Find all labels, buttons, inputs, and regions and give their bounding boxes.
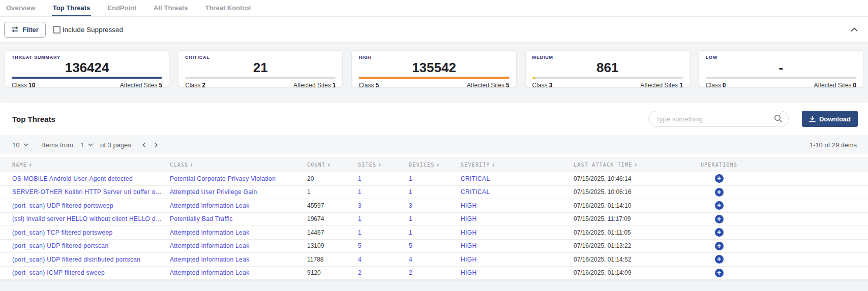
items-from-label: Items from xyxy=(42,141,73,149)
threat-class-link[interactable]: Attempted Information Leak xyxy=(170,242,307,249)
top-threats-panel: Top Threats Download 10 Items from 1 xyxy=(0,103,868,280)
table-row: (port_scan) ICMP filtered sweep Attempte… xyxy=(0,267,868,280)
devices-link[interactable]: 1 xyxy=(409,215,461,222)
severity-link[interactable]: HIGH xyxy=(461,256,574,263)
sites-link[interactable]: 1 xyxy=(358,229,409,236)
severity-link[interactable]: HIGH xyxy=(461,202,574,209)
column-devices[interactable]: DEVICES▲▼ xyxy=(409,162,461,168)
sort-icon[interactable]: ▲▼ xyxy=(29,163,32,167)
search-input[interactable] xyxy=(648,111,789,127)
add-operation-button[interactable]: + xyxy=(715,269,724,277)
threat-name-link[interactable]: SERVER-OTHER Kolibri HTTP Server uri buf… xyxy=(12,188,170,196)
table-row: (port_scan) TCP filtered portsweep Attem… xyxy=(0,226,868,240)
tab-top-threats[interactable]: Top Threats xyxy=(52,0,91,16)
threat-class-link[interactable]: Potential Corporate Privacy Violation xyxy=(170,175,307,182)
last-attack-time-cell: 07/15/2025, 11:17:09 xyxy=(574,215,689,222)
threat-class-link[interactable]: Attempted Information Leak xyxy=(170,269,307,276)
collapse-section-button[interactable] xyxy=(851,27,858,32)
column-severity[interactable]: SEVERITY▲▼ xyxy=(461,162,574,168)
threat-class-link[interactable]: Attempted Information Leak xyxy=(170,229,307,236)
severity-link[interactable]: HIGH xyxy=(461,242,574,249)
column-name[interactable]: NAME▲▼ xyxy=(12,162,170,168)
add-operation-button[interactable]: + xyxy=(715,215,724,223)
column-class[interactable]: CLASS▲▼ xyxy=(170,162,307,168)
severity-link[interactable]: HIGH xyxy=(461,215,574,222)
search-icon[interactable] xyxy=(774,114,783,123)
devices-link[interactable]: 2 xyxy=(409,269,461,276)
threat-class-link[interactable]: Attempted Information Leak xyxy=(170,202,307,209)
sort-icon[interactable]: ▲▼ xyxy=(379,163,381,167)
card-high: HIGH 135542 Class5 Affected Sites5 xyxy=(351,50,516,87)
card-class: Class2 xyxy=(185,82,205,89)
add-operation-button[interactable]: + xyxy=(715,228,724,237)
threat-name-link[interactable]: (port_scan) UDP filtered portscan xyxy=(12,242,170,249)
devices-link[interactable]: 3 xyxy=(409,202,461,209)
sort-icon[interactable]: ▲▼ xyxy=(191,163,193,167)
add-operation-button[interactable]: + xyxy=(715,174,724,183)
sites-link[interactable]: 2 xyxy=(358,269,409,276)
column-sites[interactable]: SITES▲▼ xyxy=(358,162,409,168)
page-size-select[interactable]: 10 xyxy=(12,141,28,149)
sort-icon[interactable]: ▲▼ xyxy=(328,163,331,167)
threat-class-link[interactable]: Attempted Information Leak xyxy=(170,256,307,263)
sort-icon[interactable]: ▲▼ xyxy=(635,163,638,167)
severity-link[interactable]: HIGH xyxy=(461,229,574,236)
card-value: 136424 xyxy=(12,60,162,75)
threat-name-link[interactable]: (port_scan) TCP filtered portsweep xyxy=(12,229,170,236)
card-bar-fill xyxy=(358,77,509,79)
count-cell: 19674 xyxy=(307,215,358,222)
card-value: 861 xyxy=(532,60,683,75)
devices-link[interactable]: 1 xyxy=(409,188,461,196)
sites-link[interactable]: 5 xyxy=(358,242,409,249)
severity-link[interactable]: HIGH xyxy=(461,269,574,276)
filter-sliders-icon xyxy=(11,26,19,33)
threat-class-link[interactable]: Potentially Bad Traffic xyxy=(170,215,307,222)
devices-link[interactable]: 1 xyxy=(409,175,461,182)
count-cell: 1 xyxy=(307,188,358,196)
threat-name-link[interactable]: (ssl) invalid server HELLO without clien… xyxy=(12,215,170,222)
threat-dashboard: Overview Top Threats EndPoint All Threat… xyxy=(0,0,868,280)
download-button[interactable]: Download xyxy=(802,111,858,127)
add-operation-button[interactable]: + xyxy=(715,255,724,264)
filter-bar: Filter Include Suppressed xyxy=(0,17,868,43)
filter-button[interactable]: Filter xyxy=(4,22,46,38)
threat-name-link[interactable]: (port_scan) UDP filtered distributed por… xyxy=(12,256,170,263)
card-value: 21 xyxy=(185,60,336,75)
card-affected-sites: Affected Sites5 xyxy=(467,82,510,89)
last-attack-time-cell: 07/16/2025, 01:14:52 xyxy=(574,256,689,263)
sort-icon[interactable]: ▲▼ xyxy=(437,163,440,167)
add-operation-button[interactable]: + xyxy=(715,188,724,197)
tab-overview[interactable]: Overview xyxy=(5,0,37,16)
threat-name-link[interactable]: (port_scan) ICMP filtered sweep xyxy=(12,269,170,276)
sort-icon[interactable]: ▲▼ xyxy=(493,163,495,167)
sites-link[interactable]: 3 xyxy=(358,202,409,209)
threat-name-link[interactable]: OS-MOBILE Android User-Agent detected xyxy=(12,175,170,182)
pagination-bar: 10 Items from 1 of 3 pages 1-10 of 29 it… xyxy=(0,135,868,154)
tab-all-threats[interactable]: All Threats xyxy=(153,0,189,16)
count-cell: 20 xyxy=(307,175,358,182)
sites-link[interactable]: 4 xyxy=(358,256,409,263)
tab-endpoint[interactable]: EndPoint xyxy=(106,0,137,16)
chevron-left-icon xyxy=(142,142,146,148)
sites-link[interactable]: 1 xyxy=(358,215,409,222)
devices-link[interactable]: 1 xyxy=(409,229,461,236)
add-operation-button[interactable]: + xyxy=(715,201,724,210)
sites-link[interactable]: 1 xyxy=(358,188,409,196)
include-suppressed-checkbox[interactable]: Include Suppressed xyxy=(53,26,123,34)
devices-link[interactable]: 5 xyxy=(409,242,461,249)
add-operation-button[interactable]: + xyxy=(715,242,724,250)
last-attack-time-cell: 07/16/2025, 01:14:09 xyxy=(574,269,689,276)
severity-link[interactable]: CRITICAL xyxy=(461,175,574,182)
threat-name-link[interactable]: (port_scan) UDP filtered portsweep xyxy=(12,202,170,209)
table-row: (port_scan) UDP filtered portscan Attemp… xyxy=(0,240,868,253)
tab-threat-kontrol[interactable]: Threat Kontrol xyxy=(204,0,252,16)
next-page-button[interactable] xyxy=(154,142,158,148)
sites-link[interactable]: 1 xyxy=(358,175,409,182)
severity-link[interactable]: CRITICAL xyxy=(461,188,574,196)
column-count[interactable]: COUNT▲▼ xyxy=(307,162,358,168)
threat-class-link[interactable]: Attempted User Privilege Gain xyxy=(170,188,307,196)
page-select[interactable]: 1 xyxy=(80,141,93,149)
devices-link[interactable]: 4 xyxy=(409,256,461,263)
column-last-attack-time[interactable]: LAST ATTACK TIME▲▼ xyxy=(574,162,689,168)
prev-page-button[interactable] xyxy=(142,142,146,148)
